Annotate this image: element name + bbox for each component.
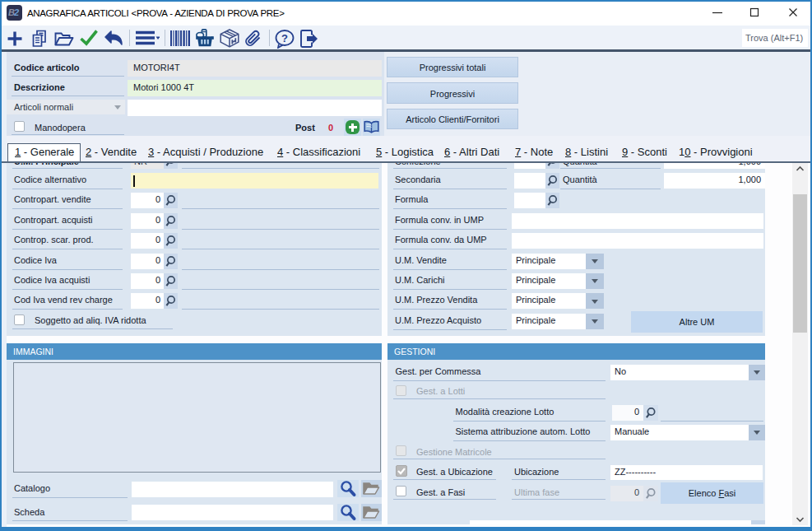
svg-text:?: ? <box>281 32 288 44</box>
